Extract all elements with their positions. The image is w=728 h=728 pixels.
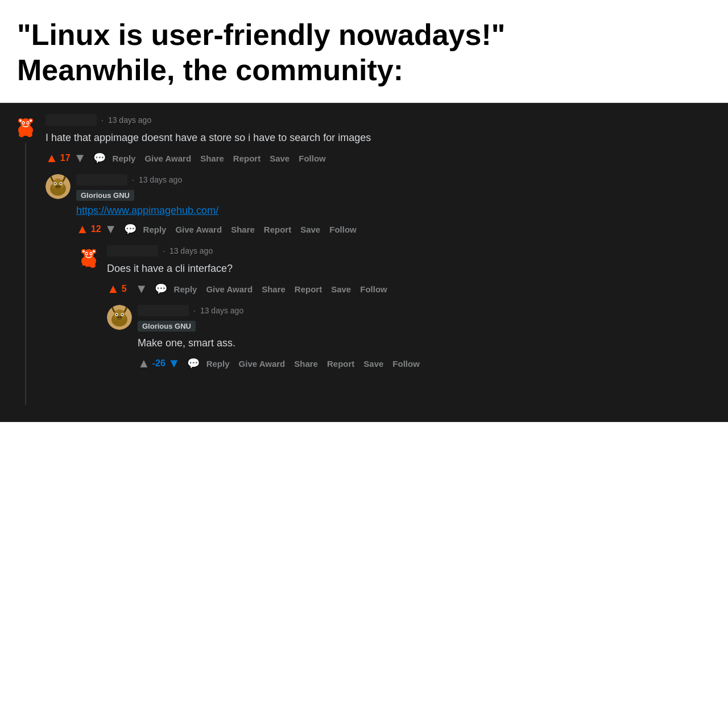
svg-point-23	[59, 186, 60, 187]
svg-point-9	[23, 122, 24, 123]
svg-point-34	[90, 253, 92, 254]
avatar-c1	[13, 114, 38, 139]
flair-c2: Glorious GNU	[76, 190, 134, 201]
svg-point-19	[55, 183, 56, 184]
report-btn-c1[interactable]: Report	[230, 151, 264, 166]
comment-text-c1: I hate that appimage doesnt have a store…	[46, 130, 717, 146]
avatar-c4	[107, 305, 132, 330]
report-btn-c2[interactable]: Report	[260, 222, 295, 237]
username-c3	[107, 245, 158, 257]
username-c1	[46, 114, 97, 126]
chat-icon-c3: 💬	[155, 283, 167, 295]
comment-meta-c4: · 13 days ago	[138, 305, 717, 316]
upvote-c2[interactable]: ▲	[76, 223, 89, 235]
report-btn-c3[interactable]: Report	[291, 282, 325, 296]
comment-body-c1: · 13 days ago I hate that appimage doesn…	[46, 114, 717, 405]
comment-actions-c2: ▲ 12 ▼ 💬 Reply Give Award Share Report S…	[76, 222, 717, 237]
vote-count-c1: 17	[60, 153, 72, 163]
give-award-btn-c2[interactable]: Give Award	[172, 222, 225, 237]
svg-point-36	[90, 263, 96, 268]
upvote-c3[interactable]: ▲	[107, 283, 119, 295]
follow-btn-c1[interactable]: Follow	[295, 151, 329, 166]
reply-btn-c2[interactable]: Reply	[140, 222, 170, 237]
share-btn-c2[interactable]: Share	[228, 222, 258, 237]
follow-btn-c4[interactable]: Follow	[389, 357, 423, 371]
give-award-btn-c1[interactable]: Give Award	[141, 151, 195, 166]
comment-c3-wrapper: · 13 days ago Does it have a cli interfa…	[76, 245, 717, 388]
follow-btn-c2[interactable]: Follow	[326, 222, 360, 237]
svg-point-6	[19, 119, 22, 122]
downvote-c3[interactable]: ▼	[135, 283, 148, 295]
comment-body-c4: · 13 days ago Glorious GNU Make one, sma…	[138, 305, 717, 379]
svg-point-38	[82, 266, 86, 270]
svg-point-47	[118, 317, 119, 318]
comment-time-c1: 13 days ago	[108, 115, 151, 125]
save-btn-c2[interactable]: Save	[297, 222, 324, 237]
svg-point-44	[116, 313, 118, 315]
thread-line-c1	[25, 143, 26, 405]
report-btn-c4[interactable]: Report	[324, 357, 358, 371]
comment-actions-c3: ▲ 5 ▼ 💬 Reply Give Award Share Report Sa…	[107, 282, 717, 296]
flair-c4: Glorious GNU	[138, 321, 196, 332]
downvote-c1[interactable]: ▼	[74, 152, 86, 164]
chat-icon-c4: 💬	[187, 357, 200, 370]
svg-point-33	[86, 253, 87, 254]
comment-time-c4: 13 days ago	[200, 306, 243, 315]
header: "Linux is user-friendly nowadays!" Meanw…	[0, 0, 728, 103]
save-btn-c1[interactable]: Save	[266, 151, 293, 166]
share-btn-c4[interactable]: Share	[291, 357, 321, 371]
comment-body-c2: · 13 days ago Glorious GNU https://www.a…	[76, 174, 717, 396]
share-btn-c1[interactable]: Share	[197, 151, 228, 166]
reply-btn-c4[interactable]: Reply	[203, 357, 233, 371]
save-btn-c4[interactable]: Save	[360, 357, 387, 371]
comment-c1: · 13 days ago I hate that appimage doesn…	[11, 114, 717, 405]
svg-point-45	[122, 313, 123, 315]
svg-point-5	[30, 119, 32, 122]
give-award-btn-c3[interactable]: Give Award	[202, 282, 256, 296]
svg-rect-13	[18, 137, 24, 139]
upvote-c4[interactable]: ▲	[138, 357, 150, 370]
comment-link-c2[interactable]: https://www.appimagehub.com/	[76, 205, 717, 217]
chat-icon-c1: 💬	[93, 152, 106, 164]
svg-point-29	[93, 250, 95, 253]
comment-meta-c2: · 13 days ago	[76, 174, 717, 185]
svg-point-30	[82, 250, 85, 253]
comment-time-c3: 13 days ago	[169, 246, 213, 255]
avatar-c2	[46, 174, 71, 199]
username-c2	[76, 174, 127, 185]
reply-btn-c3[interactable]: Reply	[171, 282, 201, 296]
svg-point-11	[19, 133, 24, 137]
share-btn-c3[interactable]: Share	[258, 282, 289, 296]
downvote-c4[interactable]: ▼	[168, 357, 180, 370]
save-btn-c3[interactable]: Save	[328, 282, 354, 296]
vote-section-c1: ▲ 17 ▼	[46, 152, 86, 164]
give-award-btn-c4[interactable]: Give Award	[235, 357, 289, 371]
svg-point-21	[55, 185, 61, 189]
vote-section-c2: ▲ 12 ▼	[76, 223, 117, 235]
comment-body-c3: · 13 days ago Does it have a cli interfa…	[107, 245, 717, 388]
comment-meta-c3: · 13 days ago	[107, 245, 717, 257]
svg-point-12	[27, 133, 32, 137]
username-c4	[138, 305, 189, 316]
downvote-c2[interactable]: ▼	[105, 223, 117, 235]
chat-icon-c2: 💬	[124, 223, 136, 235]
svg-point-22	[56, 186, 57, 187]
vote-count-c2: 12	[91, 224, 102, 234]
upvote-c1[interactable]: ▲	[46, 152, 58, 164]
follow-btn-c3[interactable]: Follow	[357, 282, 391, 296]
comment-meta-c1: · 13 days ago	[46, 114, 717, 126]
comment-left-c3	[76, 245, 101, 274]
svg-point-10	[27, 122, 28, 123]
comment-time-c2: 13 days ago	[139, 175, 182, 184]
avatar-c3	[76, 245, 101, 270]
svg-point-20	[60, 183, 62, 184]
vote-section-c4: ▲ -26 ▼	[138, 357, 180, 370]
comment-c4-wrapper: · 13 days ago Glorious GNU Make one, sma…	[107, 305, 717, 379]
comment-left-c1	[11, 114, 40, 405]
reply-btn-c1[interactable]: Reply	[109, 151, 139, 166]
comment-actions-c1: ▲ 17 ▼ 💬 Reply Give Award Share Report S…	[46, 151, 717, 166]
comment-text-c4: Make one, smart ass.	[138, 336, 717, 351]
vote-count-c3: 5	[122, 284, 133, 294]
comments-section: · 13 days ago I hate that appimage doesn…	[0, 103, 728, 422]
comment-left-c2	[46, 174, 71, 202]
